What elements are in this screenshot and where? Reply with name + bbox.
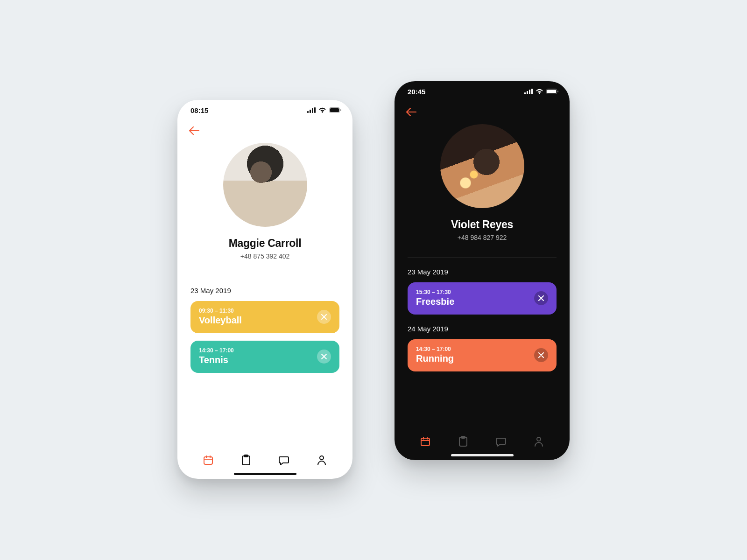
close-icon bbox=[321, 314, 327, 320]
svg-rect-11 bbox=[524, 92, 526, 94]
cellular-icon bbox=[524, 89, 533, 94]
chat-icon bbox=[279, 455, 289, 465]
event-title: Freesbie bbox=[416, 296, 454, 307]
event-title: Tennis bbox=[199, 355, 234, 365]
svg-rect-17 bbox=[557, 91, 558, 92]
user-icon bbox=[534, 436, 543, 447]
svg-rect-2 bbox=[312, 108, 313, 113]
wifi-icon bbox=[536, 89, 543, 94]
tab-clipboard[interactable] bbox=[239, 453, 254, 468]
tab-calendar[interactable] bbox=[418, 434, 433, 449]
svg-rect-18 bbox=[421, 438, 430, 446]
avatar[interactable] bbox=[440, 124, 524, 208]
profile-phone: +48 984 827 922 bbox=[458, 234, 507, 241]
close-icon bbox=[321, 354, 327, 359]
phone-dark: 20:45 Violet Reyes +48 984 827 922 23 Ma… bbox=[395, 81, 570, 460]
wifi-icon bbox=[318, 107, 326, 113]
event-title: Volleyball bbox=[199, 315, 242, 326]
event-time: 15:30 – 17:30 bbox=[416, 289, 454, 295]
tab-profile[interactable] bbox=[531, 434, 546, 449]
profile-name: Violet Reyes bbox=[451, 218, 513, 231]
remove-event-button[interactable] bbox=[317, 350, 331, 364]
remove-event-button[interactable] bbox=[534, 348, 548, 362]
svg-rect-5 bbox=[330, 108, 339, 112]
svg-rect-6 bbox=[340, 109, 341, 111]
status-time: 20:45 bbox=[408, 88, 425, 96]
svg-point-21 bbox=[537, 437, 541, 441]
svg-rect-7 bbox=[204, 457, 212, 464]
svg-rect-1 bbox=[310, 110, 311, 113]
status-bar: 20:45 bbox=[395, 81, 570, 102]
tab-calendar[interactable] bbox=[201, 453, 216, 468]
arrow-left-icon bbox=[189, 126, 199, 135]
event-time: 14:30 – 17:00 bbox=[199, 347, 234, 354]
event-info: 14:30 – 17:00 Tennis bbox=[199, 347, 234, 365]
svg-rect-16 bbox=[547, 90, 556, 93]
event-time: 09:30 – 11:30 bbox=[199, 308, 242, 314]
event-card[interactable]: 15:30 – 17:30 Freesbie bbox=[408, 282, 557, 315]
tab-chat[interactable] bbox=[276, 453, 291, 468]
status-time: 08:15 bbox=[190, 106, 208, 114]
status-indicators bbox=[524, 89, 558, 94]
profile-name: Maggie Carroll bbox=[229, 237, 302, 250]
battery-icon bbox=[329, 107, 341, 113]
profile: Violet Reyes +48 984 827 922 bbox=[395, 120, 570, 250]
date-label: 23 May 2019 bbox=[190, 287, 339, 294]
event-time: 14:30 – 17:00 bbox=[416, 346, 454, 352]
tab-clipboard[interactable] bbox=[456, 434, 471, 449]
content: 23 May 2019 15:30 – 17:30 Freesbie 24 Ma… bbox=[395, 258, 570, 427]
close-icon bbox=[538, 352, 544, 358]
tab-chat[interactable] bbox=[493, 434, 508, 449]
home-indicator bbox=[451, 454, 514, 456]
back-button[interactable] bbox=[405, 105, 418, 119]
event-info: 09:30 – 11:30 Volleyball bbox=[199, 308, 242, 326]
profile: Maggie Carroll +48 875 392 402 bbox=[177, 139, 352, 268]
nav bbox=[177, 120, 352, 139]
svg-rect-3 bbox=[314, 107, 316, 113]
status-indicators bbox=[307, 107, 341, 113]
event-info: 14:30 – 17:00 Running bbox=[416, 346, 454, 364]
clipboard-icon bbox=[241, 455, 251, 466]
arrow-left-icon bbox=[406, 108, 416, 116]
battery-icon bbox=[546, 89, 558, 94]
event-card[interactable]: 09:30 – 11:30 Volleyball bbox=[190, 301, 339, 333]
event-title: Running bbox=[416, 353, 454, 364]
chat-icon bbox=[496, 436, 506, 447]
tab-profile[interactable] bbox=[314, 453, 329, 468]
user-icon bbox=[317, 455, 326, 465]
status-bar: 08:15 bbox=[177, 100, 352, 120]
close-icon bbox=[538, 295, 544, 301]
home-indicator bbox=[234, 473, 296, 475]
profile-phone: +48 875 392 402 bbox=[240, 252, 290, 260]
clipboard-icon bbox=[458, 436, 468, 447]
nav bbox=[395, 102, 570, 120]
calendar-icon bbox=[203, 455, 213, 465]
phone-light: 08:15 Maggie Carroll +48 875 392 402 23 … bbox=[177, 100, 352, 479]
svg-rect-13 bbox=[529, 90, 530, 94]
event-card[interactable]: 14:30 – 17:00 Tennis bbox=[190, 341, 339, 373]
remove-event-button[interactable] bbox=[317, 310, 331, 324]
content: 23 May 2019 09:30 – 11:30 Volleyball 14:… bbox=[177, 276, 352, 445]
avatar[interactable] bbox=[223, 143, 307, 227]
event-card[interactable]: 14:30 – 17:00 Running bbox=[408, 339, 557, 371]
date-label: 23 May 2019 bbox=[408, 268, 557, 276]
date-label: 24 May 2019 bbox=[408, 325, 557, 333]
back-button[interactable] bbox=[188, 124, 201, 137]
svg-rect-0 bbox=[307, 111, 309, 113]
svg-rect-12 bbox=[527, 91, 528, 94]
event-info: 15:30 – 17:30 Freesbie bbox=[416, 289, 454, 307]
svg-point-10 bbox=[320, 456, 324, 460]
cellular-icon bbox=[307, 107, 316, 113]
svg-rect-14 bbox=[531, 89, 533, 94]
remove-event-button[interactable] bbox=[534, 291, 548, 305]
calendar-icon bbox=[420, 436, 430, 447]
